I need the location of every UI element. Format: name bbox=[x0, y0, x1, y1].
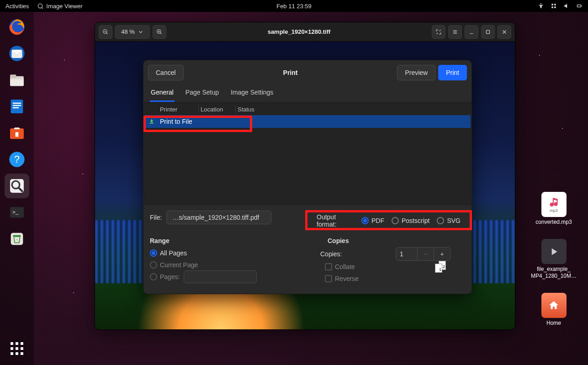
preview-button[interactable]: Preview bbox=[397, 65, 435, 80]
desktop-file-converted-mp3[interactable]: mp3 converted.mp3 bbox=[531, 192, 577, 225]
activities-button[interactable]: Activities bbox=[5, 3, 29, 10]
svg-rect-39 bbox=[487, 30, 490, 33]
home-folder-icon bbox=[541, 293, 567, 318]
svg-line-1 bbox=[42, 8, 43, 9]
dock-files[interactable] bbox=[5, 68, 29, 92]
window-close-button[interactable] bbox=[498, 25, 511, 39]
power-icon bbox=[576, 3, 583, 9]
desktop-icons: mp3 converted.mp3 file_example_ MP4_1280… bbox=[529, 192, 579, 327]
tab-image-settings[interactable]: Image Settings bbox=[230, 85, 274, 102]
svg-rect-12 bbox=[13, 105, 21, 106]
zoom-out-button[interactable] bbox=[99, 25, 112, 39]
window-maximize-button[interactable] bbox=[481, 25, 495, 39]
active-app-name: Image Viewer bbox=[46, 3, 82, 10]
desktop-file-video[interactable]: file_example_ MP4_1280_10M… bbox=[531, 239, 577, 279]
trash-icon bbox=[8, 230, 26, 248]
dock-help[interactable]: ? bbox=[5, 147, 29, 172]
copies-label: Copies: bbox=[320, 250, 342, 258]
video-file-icon bbox=[541, 239, 567, 264]
apps-grid-icon bbox=[11, 342, 23, 355]
range-pages[interactable]: Pages: bbox=[150, 271, 298, 283]
firefox-icon bbox=[8, 18, 26, 36]
tab-page-setup[interactable]: Page Setup bbox=[185, 85, 220, 102]
window-title: sample_1920×1280.tiff bbox=[169, 28, 429, 35]
dialog-header: Cancel Print Preview Print bbox=[143, 60, 471, 85]
audio-file-icon: mp3 bbox=[541, 192, 567, 217]
range-all-pages[interactable]: All Pages bbox=[150, 247, 298, 259]
radio-icon bbox=[150, 261, 157, 269]
dock-software[interactable] bbox=[5, 121, 29, 145]
printer-name: Print to File bbox=[159, 118, 192, 125]
printer-list-empty-area[interactable] bbox=[144, 128, 471, 205]
collate-checkbox[interactable]: Collate 2 1 bbox=[317, 261, 465, 273]
hamburger-menu-button[interactable] bbox=[448, 25, 462, 39]
window-header: 48 % sample_1920×1280.tiff bbox=[95, 22, 515, 42]
radio-icon bbox=[392, 217, 399, 224]
dialog-title: Print bbox=[184, 69, 397, 76]
output-format-svg[interactable]: SVG bbox=[437, 217, 461, 224]
window-minimize-button[interactable] bbox=[465, 25, 478, 39]
col-location[interactable]: Location bbox=[201, 106, 233, 113]
chevron-down-icon bbox=[138, 29, 144, 35]
desktop-home-folder[interactable]: Home bbox=[531, 293, 577, 326]
dock-image-viewer[interactable] bbox=[5, 174, 29, 198]
radio-icon bbox=[150, 273, 157, 280]
clock[interactable]: Feb 11 23:59 bbox=[276, 3, 312, 10]
thunderbird-icon bbox=[8, 44, 26, 63]
col-printer[interactable]: Printer bbox=[159, 106, 196, 113]
accessibility-icon bbox=[538, 3, 544, 9]
svg-point-0 bbox=[38, 4, 42, 8]
image-viewer-app-icon bbox=[8, 177, 26, 195]
output-format-label: Output format: bbox=[317, 213, 354, 228]
copies-increment[interactable]: + bbox=[434, 248, 450, 260]
output-file-button[interactable]: …s/sample_1920×1280.tiff.pdf bbox=[166, 211, 271, 224]
svg-line-29 bbox=[106, 32, 108, 34]
output-format-pdf[interactable]: PDF bbox=[361, 217, 384, 224]
print-button[interactable]: Print bbox=[438, 65, 467, 80]
copies-title: Copies bbox=[317, 237, 465, 244]
network-icon bbox=[551, 3, 557, 9]
tab-general[interactable]: General bbox=[150, 85, 175, 102]
copies-spinner: 1 − + bbox=[396, 247, 450, 261]
svg-rect-8 bbox=[10, 74, 16, 78]
reverse-checkbox[interactable]: Reverse bbox=[317, 273, 465, 285]
dock-writer[interactable] bbox=[5, 94, 29, 119]
svg-line-32 bbox=[160, 32, 162, 34]
svg-rect-24 bbox=[13, 235, 21, 237]
radio-icon bbox=[437, 217, 444, 224]
dock-trash[interactable] bbox=[5, 227, 29, 251]
printer-list-header: Printer Location Status bbox=[144, 103, 471, 115]
dock-firefox[interactable] bbox=[5, 15, 29, 39]
fullscreen-button[interactable] bbox=[432, 25, 445, 39]
desktop-file-label: file_example_ MP4_1280_10M… bbox=[531, 266, 577, 279]
ubuntu-dock: ? >_ bbox=[0, 12, 34, 365]
dock-thunderbird[interactable] bbox=[5, 41, 29, 66]
zoom-level-menu[interactable]: 48 % bbox=[115, 25, 150, 39]
copies-value[interactable]: 1 bbox=[396, 248, 417, 260]
show-applications-button[interactable] bbox=[5, 339, 29, 359]
active-app-menu[interactable]: Image Viewer bbox=[37, 3, 82, 10]
range-title: Range bbox=[150, 237, 298, 244]
output-file-value: …s/sample_1920×1280.tiff.pdf bbox=[172, 214, 259, 221]
dock-terminal[interactable]: >_ bbox=[5, 200, 29, 225]
desktop-file-label: converted.mp3 bbox=[535, 219, 572, 225]
gnome-top-bar: Activities Image Viewer Feb 11 23:59 bbox=[0, 0, 588, 12]
output-format-postscript[interactable]: Postscript bbox=[392, 217, 429, 224]
help-icon: ? bbox=[8, 150, 26, 169]
collate-icon: 2 1 bbox=[435, 261, 447, 273]
printer-row-print-to-file[interactable]: Print to File bbox=[144, 115, 471, 128]
svg-point-26 bbox=[16, 239, 17, 240]
pages-input[interactable] bbox=[184, 270, 257, 283]
col-status[interactable]: Status bbox=[238, 106, 471, 113]
copies-decrement[interactable]: − bbox=[417, 248, 434, 260]
svg-rect-11 bbox=[13, 103, 21, 104]
status-area[interactable] bbox=[538, 3, 583, 9]
zoom-in-button[interactable] bbox=[153, 25, 166, 39]
svg-rect-10 bbox=[11, 100, 23, 113]
dialog-tabs: General Page Setup Image Settings bbox=[143, 85, 471, 102]
svg-rect-3 bbox=[577, 5, 581, 7]
cancel-button[interactable]: Cancel bbox=[148, 65, 184, 80]
checkbox-icon bbox=[325, 263, 332, 270]
range-current-page[interactable]: Current Page bbox=[150, 259, 298, 271]
svg-point-27 bbox=[19, 241, 20, 242]
